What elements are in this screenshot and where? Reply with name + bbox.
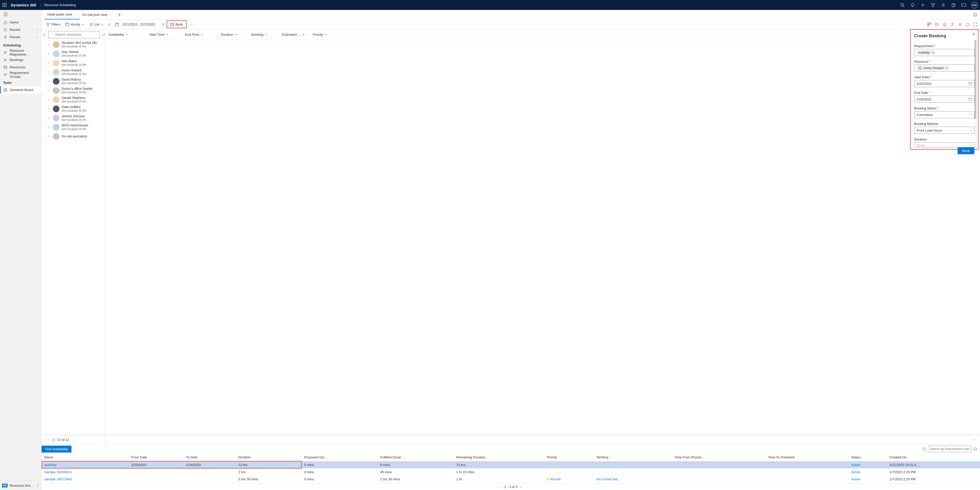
nav-item-home[interactable]: Home xyxy=(0,19,41,26)
resource-input[interactable]: Avery Howard✕ xyxy=(914,65,974,71)
book-submit-button[interactable]: Book xyxy=(958,147,974,154)
resource-row[interactable]: Alan Steiner(0m booked) ⊘ 0% xyxy=(46,49,105,59)
legend-icon[interactable] xyxy=(928,22,932,27)
territory-link[interactable]: NA-United Sta… xyxy=(597,477,621,481)
column-header[interactable]: Estimated … xyxy=(280,33,310,36)
filters-button[interactable]: Filters xyxy=(44,21,62,27)
viewmode-dropdown[interactable]: List xyxy=(87,21,106,27)
resource-row[interactable]: David Mallory(0m booked) ⊘ 0% xyxy=(46,77,105,86)
req-name-link[interactable]: multiday xyxy=(44,463,56,467)
next-page-icon[interactable]: › xyxy=(520,485,521,489)
status-link[interactable]: Active xyxy=(851,463,860,467)
search-icon[interactable] xyxy=(900,3,905,8)
nav-item-pinned[interactable]: Pinned xyxy=(0,33,41,41)
req-column-header[interactable]: Priority xyxy=(544,454,593,461)
resource-row[interactable]: Avery Howard(0m booked) ⊘ 0% xyxy=(46,68,105,77)
gear-icon[interactable] xyxy=(941,3,946,8)
prev-page-icon[interactable]: ‹ xyxy=(501,485,502,489)
fullscreen-icon[interactable] xyxy=(974,22,977,27)
timescale-dropdown[interactable]: Hourly xyxy=(63,21,86,27)
status-link[interactable]: Active xyxy=(851,470,860,474)
next-range-button[interactable] xyxy=(160,22,165,27)
search-icon[interactable] xyxy=(922,447,926,451)
tab-menu-icon[interactable]: ⋮ xyxy=(74,13,77,16)
req-column-header[interactable]: Remaining Duration xyxy=(454,454,544,461)
search-resources-input[interactable] xyxy=(48,31,100,38)
assistant-icon[interactable] xyxy=(961,3,966,8)
more-actions-button[interactable]: ⋯ xyxy=(188,21,195,27)
expand-icon[interactable] xyxy=(48,117,51,119)
nav-area-switcher[interactable]: RS Resource Schedul… xyxy=(0,481,41,490)
req-column-header[interactable]: Territory xyxy=(594,454,672,461)
req-name-link[interactable]: Sample_WO00011 xyxy=(44,470,72,474)
calendar-icon[interactable] xyxy=(969,97,972,101)
close-icon[interactable] xyxy=(972,32,975,36)
requirement-row[interactable]: Sample_WO000112 hrs0 mins45 mins1 hr 15 … xyxy=(41,468,980,476)
popout-icon[interactable] xyxy=(974,13,977,17)
resource-row[interactable]: Abraham McCormick MD(0m booked) ⊘ 0% xyxy=(46,40,105,49)
column-header[interactable]: End Time xyxy=(183,33,218,36)
add-view-button[interactable] xyxy=(116,13,123,17)
booking-method-select[interactable]: Front Load Hours xyxy=(914,127,974,134)
prev-page-icon[interactable]: ‹ xyxy=(49,438,50,442)
calendar-icon[interactable] xyxy=(969,82,972,86)
nav-item-bookings[interactable]: Bookings xyxy=(0,56,41,63)
req-column-header[interactable]: From Date xyxy=(129,454,183,461)
req-column-header[interactable]: Duration xyxy=(236,454,302,461)
collapse-panel-icon[interactable] xyxy=(43,33,45,36)
view-tab[interactable]: Initial public view⋮ xyxy=(45,10,80,19)
resource-row[interactable]: Halle Griffiths(0m booked) ⊘ 0% xyxy=(46,104,105,113)
start-date-input[interactable]: 2/20/2023 xyxy=(914,80,974,87)
expand-icon[interactable] xyxy=(48,71,51,73)
end-date-input[interactable]: 2/24/2023 xyxy=(914,95,974,103)
chevron-up-icon[interactable] xyxy=(969,144,972,146)
req-column-header[interactable]: Fulfilled Durat… xyxy=(378,454,454,461)
nav-item-schedule-board[interactable]: Schedule Board xyxy=(0,86,41,94)
expand-icon[interactable] xyxy=(48,62,51,64)
prev-range-button[interactable] xyxy=(107,22,112,27)
requirement-row[interactable]: Sample_WO139413 hrs 30 mins0 mins2 hrs 3… xyxy=(41,476,980,483)
area-name[interactable]: Resource Scheduling xyxy=(40,3,76,7)
resource-row[interactable]: Jeremy Johnson(0m booked) ⊘ 0% xyxy=(46,113,105,123)
column-header[interactable]: Priority xyxy=(310,33,336,36)
remove-chip-icon[interactable]: ✕ xyxy=(932,51,934,55)
listview-icon[interactable] xyxy=(935,22,939,27)
search-requirements-input[interactable] xyxy=(928,446,971,452)
map-icon[interactable] xyxy=(950,22,955,27)
req-column-header[interactable]: Time From Promis… xyxy=(672,454,765,461)
column-header[interactable]: Start Time xyxy=(147,33,183,36)
expand-icon[interactable] xyxy=(48,89,51,92)
expand-icon[interactable] xyxy=(48,135,51,138)
board-collapse[interactable] xyxy=(105,435,980,444)
refresh-icon[interactable] xyxy=(974,447,977,451)
column-header[interactable]: Duration xyxy=(218,33,249,36)
req-column-header[interactable]: Proposed Dur… xyxy=(302,454,378,461)
req-column-header[interactable]: Created On xyxy=(887,454,980,461)
nav-item-resource-requireme-[interactable]: Resource Requireme… xyxy=(0,49,41,56)
tab-menu-icon[interactable]: ⋮ xyxy=(109,13,112,17)
requirement-input[interactable]: multiday✕ xyxy=(914,49,974,56)
expand-icon[interactable] xyxy=(48,52,51,55)
req-column-header[interactable]: Status xyxy=(849,454,887,461)
bell-icon[interactable] xyxy=(943,22,947,27)
waffle-icon[interactable] xyxy=(2,3,7,8)
expand-icon[interactable] xyxy=(48,80,51,82)
expand-icon[interactable] xyxy=(48,98,51,101)
expand-icon[interactable] xyxy=(48,126,51,128)
req-column-header[interactable]: Name xyxy=(41,454,129,461)
settings-icon[interactable] xyxy=(958,22,962,27)
req-column-header[interactable]: To Date xyxy=(183,454,236,461)
hamburger-icon[interactable] xyxy=(0,10,41,19)
expand-icon[interactable] xyxy=(48,108,51,110)
plus-icon[interactable] xyxy=(920,3,925,8)
resource-row[interactable]: Doctor's office Seattle(0m booked) ⊘ 0% xyxy=(46,86,105,95)
filter-icon[interactable] xyxy=(931,3,935,8)
resource-row[interactable]: MOD Administrator(0m booked) ⊘ 0% xyxy=(46,123,105,132)
view-tab[interactable]: On-call pool view⋮ xyxy=(80,10,115,19)
booking-status-select[interactable]: Committed xyxy=(914,111,974,118)
req-column-header[interactable]: Time To Promised xyxy=(765,454,849,461)
nav-item-resources[interactable]: Resources xyxy=(0,63,41,71)
priority-link[interactable]: Normal xyxy=(550,477,560,481)
resource-row[interactable]: Gerald Stephens(0m booked) ⊘ 0% xyxy=(46,95,105,104)
book-button[interactable]: Book xyxy=(168,21,185,27)
